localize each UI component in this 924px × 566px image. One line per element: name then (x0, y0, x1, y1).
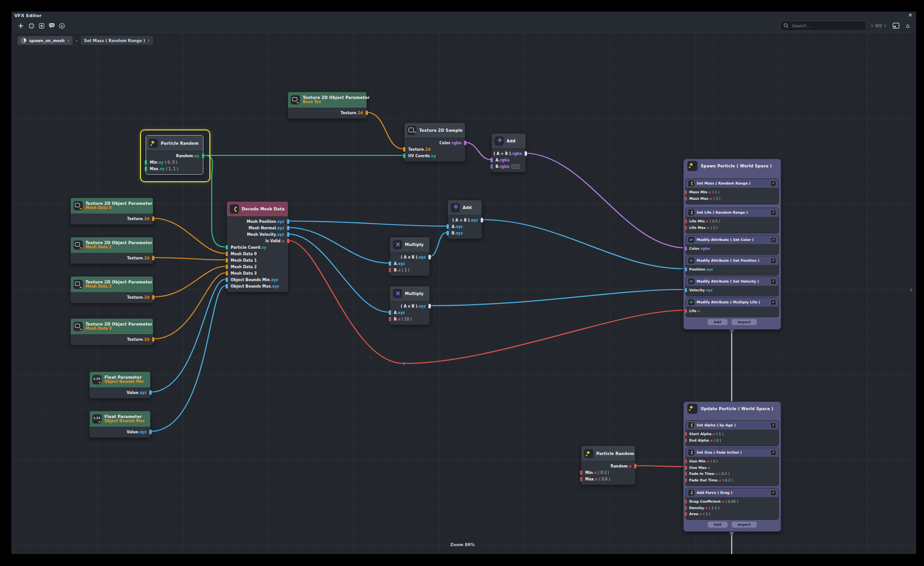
context-spawn-particle[interactable]: Spawn Particle ( World Space ) Set Mass … (683, 159, 781, 330)
input-port[interactable] (403, 147, 405, 152)
block-set-velocity[interactable]: Modify Attribute ( Set Velocity )✓ Veloc… (685, 277, 779, 296)
output-port[interactable] (287, 219, 289, 224)
node-particle-random-2[interactable]: Particle Random Random.x Min.x( 0.3 ) Ma… (581, 445, 636, 485)
input-port[interactable] (226, 245, 228, 250)
block-multiply-life[interactable]: Modify Attribute ( Multiply Life )✓ Life… (685, 297, 779, 317)
block-set-alpha[interactable]: Set Alpha ( by Age )✓ Start Alpha.x( 1 )… (685, 420, 779, 446)
input-port[interactable] (403, 154, 405, 158)
input-port[interactable] (685, 472, 687, 476)
close-icon[interactable]: × (908, 13, 912, 18)
input-port[interactable] (447, 231, 449, 235)
chevron-down-icon[interactable]: ∨ (147, 39, 150, 43)
block-set-position[interactable]: Modify Attribute ( Set Position )✓ Posit… (685, 256, 779, 276)
input-port[interactable] (685, 288, 687, 292)
input-port[interactable] (226, 277, 228, 282)
enabled-checkbox[interactable]: ✓ (771, 279, 776, 284)
node-add-xyz[interactable]: Add ( A + B ).xyz A.xyz B.xyz (447, 200, 482, 239)
output-port[interactable] (428, 255, 431, 259)
output-port[interactable] (287, 239, 289, 243)
enabled-checkbox[interactable]: ✓ (771, 237, 776, 243)
output-port[interactable] (152, 256, 154, 260)
import-block-button[interactable]: Import (732, 522, 757, 528)
node-base-tex-parameter[interactable]: Texture 2D Object Parameter Base Tex Tex… (288, 92, 367, 119)
node-multiply-1[interactable]: Multiply ( A x B ).xyz A.xyz B.x( 1 ) (390, 237, 430, 276)
input-port[interactable] (389, 310, 391, 315)
input-port[interactable] (580, 477, 582, 481)
enabled-checkbox[interactable]: ✓ (771, 210, 776, 215)
input-port[interactable] (685, 246, 687, 251)
input-port[interactable] (685, 219, 687, 223)
input-port[interactable] (226, 284, 228, 289)
input-port[interactable] (685, 226, 687, 230)
node-multiply-2[interactable]: Multiply ( A x B ).xyz A.xyz B.x( 10 ) (390, 286, 430, 325)
node-texture-2d-sample[interactable]: Texture 2D Sample Color.rgba Texture.2d … (404, 123, 465, 162)
input-port[interactable] (145, 160, 147, 165)
input-port[interactable] (226, 265, 228, 269)
compile-toggle-icon[interactable] (57, 21, 67, 31)
output-port[interactable] (287, 226, 289, 230)
context-header[interactable]: Spawn Particle ( World Space ) (684, 159, 781, 173)
input-port[interactable] (685, 267, 687, 271)
output-port[interactable] (202, 154, 204, 158)
node-decode-mesh-data[interactable]: Decode Mesh Data Mesh Position.xyz Mesh … (226, 201, 288, 292)
color-swatch[interactable] (511, 164, 520, 169)
subgraph-chip-icon[interactable] (26, 21, 37, 31)
breadcrumb-graph[interactable]: spawn_on_mesh ∨ (18, 36, 73, 45)
enabled-checkbox[interactable]: ✓ (771, 450, 776, 455)
output-port[interactable] (634, 464, 636, 468)
context-update-particle[interactable]: Update Particle ( World Space ) Set Alph… (683, 401, 781, 532)
output-port[interactable] (464, 141, 466, 145)
blackboard-panel-icon[interactable] (891, 21, 901, 31)
chevron-down-icon[interactable]: ∨ (67, 39, 69, 43)
enabled-checkbox[interactable]: ✓ (771, 181, 776, 186)
add-block-button[interactable]: Add (708, 522, 728, 528)
input-port[interactable] (685, 309, 687, 313)
input-port[interactable] (685, 512, 687, 516)
input-port[interactable] (226, 252, 228, 256)
breadcrumb-context[interactable]: Set Mass ( Random Range ) ∨ (81, 36, 153, 45)
node-mesh-data-3[interactable]: Texture 2D Object Parameter Mesh Data 3 … (70, 318, 153, 345)
add-block-button[interactable]: Add (708, 319, 728, 325)
add-node-button[interactable]: + (15, 21, 26, 30)
input-port[interactable] (685, 190, 687, 194)
output-port[interactable] (152, 337, 154, 342)
input-port[interactable] (685, 459, 687, 463)
input-port[interactable] (226, 271, 228, 276)
block-set-mass[interactable]: Set Mass ( Random Range )✓ Mass Min.x( 1… (685, 178, 779, 204)
collapse-panel-icon[interactable]: ‹ (910, 286, 912, 294)
input-port[interactable] (226, 258, 228, 263)
input-port[interactable] (447, 224, 449, 229)
output-port[interactable] (287, 232, 289, 237)
enabled-checkbox[interactable]: ✓ (771, 423, 776, 428)
output-port[interactable] (366, 111, 368, 115)
node-mesh-data-1[interactable]: Texture 2D Object Parameter Mesh Data 1 … (70, 237, 153, 264)
search-box[interactable] (780, 21, 866, 31)
input-port[interactable] (685, 438, 687, 443)
input-port[interactable] (490, 158, 493, 162)
output-port[interactable] (481, 218, 483, 222)
input-port[interactable] (389, 317, 391, 321)
node-particle-random-1[interactable]: Particle Random Random.xy Min.xy( 0, 0 )… (146, 135, 203, 175)
enabled-checkbox[interactable]: ✓ (771, 490, 776, 496)
input-port[interactable] (490, 164, 493, 169)
output-port[interactable] (152, 216, 154, 221)
output-port[interactable] (525, 151, 527, 156)
frame-selection-icon[interactable] (37, 21, 47, 31)
context-header[interactable]: Update Particle ( World Space ) (684, 402, 781, 416)
input-port[interactable] (685, 499, 687, 504)
block-set-color[interactable]: Modify Attribute ( Set Color )✓ Color.rg… (685, 235, 779, 255)
comment-icon[interactable] (47, 21, 57, 31)
enabled-checkbox[interactable]: ✓ (771, 258, 776, 264)
prev-match-icon[interactable]: ∧ (871, 24, 874, 28)
input-port[interactable] (685, 197, 687, 201)
edge-control-dot[interactable] (403, 362, 406, 365)
search-input[interactable] (791, 23, 848, 29)
input-port[interactable] (145, 166, 147, 171)
node-mesh-data-0[interactable]: Texture 2D Object Parameter Mesh Data 0 … (70, 197, 153, 225)
input-port[interactable] (685, 466, 687, 470)
node-add-rgba[interactable]: Add ( A + B ).rgba A.rgba B.rgba (491, 133, 526, 172)
input-port[interactable] (389, 268, 391, 272)
block-set-life[interactable]: Set Life ( Random Range )✓ Life Min.x( 0… (685, 208, 779, 234)
node-mesh-data-2[interactable]: Texture 2D Object Parameter Mesh Data 2 … (70, 276, 153, 303)
home-icon[interactable]: ⌂ (906, 23, 910, 29)
